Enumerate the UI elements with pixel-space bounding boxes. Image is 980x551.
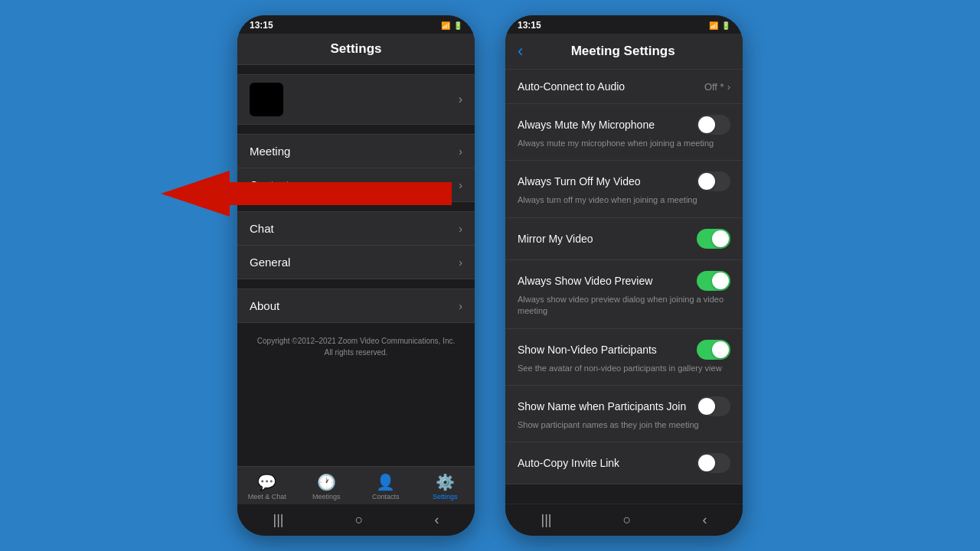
meeting-settings-header: ‹ Meeting Settings (505, 34, 743, 70)
left-status-icons: 📶 🔋 (441, 21, 462, 30)
meeting-settings-scroll: Auto-Connect to Audio Off * › Always Mut… (505, 70, 743, 504)
nav-meetings[interactable]: 🕐 Meetings (297, 473, 357, 500)
chevron-general: › (459, 256, 462, 269)
meeting-settings-title: Meeting Settings (531, 44, 715, 59)
settings-section-about: About › (237, 289, 475, 323)
nav-settings[interactable]: ⚙️ Settings (416, 473, 475, 500)
android-menu-btn-right[interactable]: ||| (526, 509, 567, 531)
setting-auto-connect-audio[interactable]: Auto-Connect to Audio Off * › (505, 70, 743, 104)
toggle-thumb-auto-copy-invite (698, 455, 715, 471)
toggle-thumb-mirror-video (712, 230, 729, 247)
left-page-title: Settings (237, 34, 475, 65)
setting-show-non-video: Show Non-Video Participants See the avat… (505, 329, 743, 386)
settings-icon: ⚙️ (436, 473, 455, 491)
toggle-show-name[interactable] (697, 396, 730, 416)
toggle-auto-copy-invite[interactable] (697, 453, 730, 473)
back-button[interactable]: ‹ (518, 41, 523, 61)
right-status-bar: 13:15 📶 🔋 (505, 15, 743, 34)
contacts-icon: 👤 (376, 473, 395, 491)
chevron-meeting: › (459, 145, 462, 158)
account-avatar (250, 83, 283, 116)
setting-always-turn-off-video: Always Turn Off My Video Always turn off… (505, 161, 743, 217)
android-menu-btn[interactable]: ||| (258, 509, 299, 531)
account-chevron: › (459, 93, 462, 106)
android-nav-left: ||| ○ ‹ (237, 504, 475, 536)
toggle-always-turn-off-video[interactable] (697, 171, 730, 191)
toggle-always-show-preview[interactable] (697, 271, 730, 291)
android-home-btn-right[interactable]: ○ (608, 509, 647, 531)
setting-show-name: Show Name when Participants Join Show pa… (505, 386, 743, 442)
toggle-thumb-show-name (698, 398, 715, 415)
android-home-btn[interactable]: ○ (340, 509, 379, 531)
left-status-bar: 13:15 📶 🔋 (237, 15, 475, 34)
toggle-thumb-show-non-video (712, 341, 729, 358)
nav-contacts[interactable]: 👤 Contacts (356, 473, 416, 500)
settings-item-contacts[interactable]: Contacts › (237, 168, 475, 202)
meet-chat-label: Meet & Chat (248, 493, 286, 500)
android-nav-right: ||| ○ ‹ (505, 504, 743, 536)
contacts-label: Contacts (372, 493, 400, 500)
right-status-icons: 📶 🔋 (709, 21, 730, 30)
toggle-thumb-always-show-preview (712, 272, 729, 289)
left-time: 13:15 (250, 20, 273, 31)
settings-item-general[interactable]: General › (237, 246, 475, 279)
settings-section-other: Chat › General › (237, 211, 475, 279)
account-row[interactable]: › (237, 74, 475, 125)
right-phone: 13:15 📶 🔋 ‹ Meeting Settings Auto-Connec… (505, 15, 743, 536)
toggle-thumb-always-turn-off-video (698, 173, 715, 190)
setting-always-show-preview: Always Show Video Preview Always show vi… (505, 260, 743, 329)
settings-item-chat[interactable]: Chat › (237, 211, 475, 246)
settings-item-meeting[interactable]: Meeting › (237, 134, 475, 168)
setting-always-mute: Always Mute My Microphone Always mute my… (505, 104, 743, 161)
settings-section-main: Meeting › Contacts › (237, 134, 475, 202)
chevron-about: › (459, 300, 462, 312)
left-phone: 13:15 📶 🔋 Settings › Meeting › Contacts (237, 15, 475, 536)
meetings-icon: 🕐 (317, 473, 336, 491)
settings-list: Meeting › Contacts › Chat › General › (237, 125, 475, 466)
toggle-always-mute[interactable] (697, 115, 730, 135)
settings-item-about[interactable]: About › (237, 289, 475, 323)
android-back-btn-right[interactable]: ‹ (687, 509, 722, 531)
meet-chat-icon: 💬 (257, 473, 276, 491)
setting-mirror-video: Mirror My Video (505, 218, 743, 260)
setting-auto-copy-invite: Auto-Copy Invite Link (505, 442, 743, 484)
toggle-show-non-video[interactable] (697, 340, 730, 360)
copyright-text: Copyright ©2012–2021 Zoom Video Communic… (237, 323, 475, 370)
android-back-btn[interactable]: ‹ (419, 509, 454, 531)
nav-meet-chat[interactable]: 💬 Meet & Chat (237, 473, 297, 500)
settings-label: Settings (433, 493, 458, 500)
toggle-thumb-always-mute (698, 116, 715, 133)
toggle-mirror-video[interactable] (697, 229, 730, 249)
meetings-label: Meetings (312, 493, 341, 500)
bottom-nav: 💬 Meet & Chat 🕐 Meetings 👤 Contacts ⚙️ S… (237, 466, 475, 504)
right-time: 13:15 (518, 20, 541, 31)
chevron-contacts: › (459, 179, 462, 191)
auto-connect-value: Off * › (704, 81, 730, 93)
chevron-chat: › (459, 223, 462, 235)
